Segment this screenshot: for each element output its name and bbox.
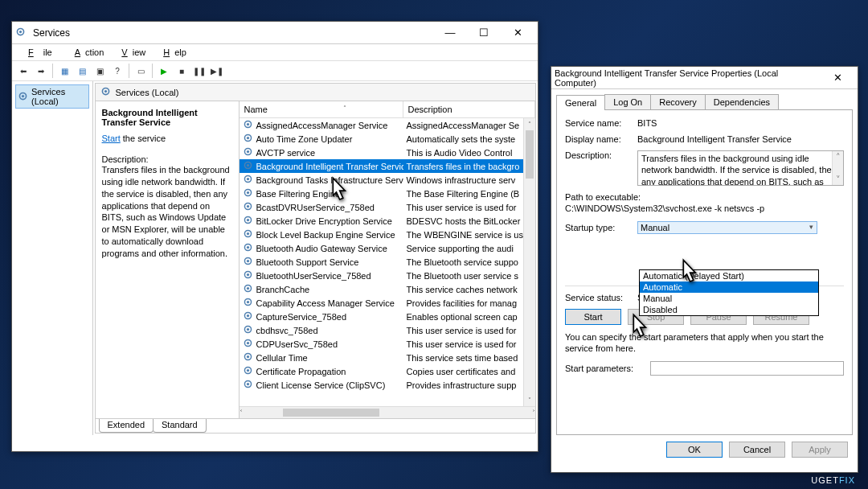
- start-button[interactable]: Start: [565, 309, 621, 325]
- gear-icon: [243, 338, 253, 350]
- list-rows[interactable]: AssignedAccessManager ServiceAssignedAcc…: [240, 118, 523, 406]
- gear-icon: [243, 215, 253, 227]
- table-row[interactable]: Bluetooth Support ServiceThe Bluetooth s…: [240, 255, 523, 269]
- export-button[interactable]: ▣: [92, 63, 108, 79]
- cancel-button[interactable]: Cancel: [729, 442, 785, 458]
- table-row[interactable]: Auto Time Zone UpdaterAutomatically sets…: [240, 132, 523, 146]
- table-row[interactable]: Certificate PropagationCopies user certi…: [240, 364, 523, 378]
- gear-icon: [243, 242, 253, 254]
- panel-header: Services (Local): [96, 84, 535, 101]
- sidebar-item-services-local[interactable]: Services (Local): [15, 84, 89, 109]
- table-row[interactable]: BranchCacheThis service caches network: [240, 282, 523, 296]
- tab-recovery[interactable]: Recovery: [650, 94, 705, 109]
- table-row[interactable]: Background Tasks Infrastructure ServiceW…: [240, 173, 523, 187]
- column-name[interactable]: Name˄: [240, 101, 403, 117]
- dropdown-option[interactable]: Manual: [640, 293, 818, 304]
- hscroll-thumb[interactable]: [283, 409, 379, 417]
- vertical-scrollbar[interactable]: ˄ ˅: [523, 118, 535, 406]
- table-row[interactable]: BluetoothUserService_758edThe Bluetooth …: [240, 269, 523, 282]
- scroll-thumb[interactable]: [526, 130, 534, 179]
- back-button[interactable]: ⬅: [15, 63, 31, 79]
- scroll-down-icon[interactable]: ˅: [524, 394, 535, 406]
- ok-button[interactable]: OK: [666, 442, 723, 458]
- row-name: BranchCache: [256, 285, 310, 294]
- label-startup-type: Startup type:: [565, 223, 637, 232]
- row-desc: The Bluetooth user service s: [403, 271, 523, 281]
- service-list: Name˄ Description AssignedAccessManager …: [239, 101, 535, 418]
- menu-help[interactable]: Help: [154, 46, 191, 59]
- table-row[interactable]: CDPUserSvc_758edThis user service is use…: [240, 337, 523, 351]
- svg-point-13: [246, 164, 248, 166]
- refresh-button[interactable]: ?: [109, 63, 125, 79]
- play-button[interactable]: ▶: [156, 63, 172, 79]
- maximize-button[interactable]: ☐: [467, 22, 501, 43]
- close-button[interactable]: ✕: [501, 22, 534, 43]
- startup-type-select[interactable]: Manual: [637, 221, 817, 234]
- table-row[interactable]: Capability Access Manager ServiceProvide…: [240, 296, 523, 310]
- table-row[interactable]: AssignedAccessManager ServiceAssignedAcc…: [240, 118, 523, 132]
- tab-general[interactable]: General: [556, 95, 605, 110]
- svg-point-45: [246, 383, 248, 385]
- scroll-right-icon[interactable]: ˃: [532, 407, 535, 418]
- gear-icon: [243, 365, 253, 377]
- scroll-up-icon[interactable]: ˄: [524, 118, 535, 130]
- props-titlebar[interactable]: Background Intelligent Transfer Service …: [551, 67, 858, 89]
- svg-point-29: [246, 273, 248, 276]
- table-row[interactable]: cbdhsvc_758edThis user service is used f…: [240, 323, 523, 337]
- restart-button[interactable]: ▶❚: [209, 63, 225, 79]
- row-desc: This user service is used for: [403, 339, 523, 349]
- properties-button[interactable]: ▭: [133, 63, 149, 79]
- titlebar[interactable]: Services — ☐ ✕: [12, 22, 538, 44]
- table-row[interactable]: Block Level Backup Engine ServiceThe WBE…: [240, 228, 523, 241]
- minimize-button[interactable]: —: [433, 22, 467, 43]
- tab-extended[interactable]: Extended: [99, 419, 154, 433]
- row-name: cbdhsvc_758ed: [256, 326, 318, 335]
- gear-icon: [243, 256, 253, 268]
- table-row[interactable]: BcastDVRUserService_758edThis user servi…: [240, 200, 523, 214]
- svg-point-31: [246, 287, 248, 290]
- row-desc: This is Audio Video Control: [403, 148, 523, 158]
- start-params-input[interactable]: [650, 361, 844, 376]
- table-row[interactable]: Client License Service (ClipSVC)Provides…: [240, 378, 523, 392]
- scroll-left-icon[interactable]: ˂: [240, 407, 243, 418]
- table-row[interactable]: BitLocker Drive Encryption ServiceBDESVC…: [240, 214, 523, 228]
- table-row[interactable]: Cellular TimeThis service sets time base…: [240, 351, 523, 364]
- pause-button[interactable]: ❚❚: [191, 63, 207, 79]
- dropdown-option[interactable]: Automatic (Delayed Start): [640, 270, 818, 281]
- dropdown-option[interactable]: Automatic: [640, 281, 818, 293]
- forward-button[interactable]: ➡: [33, 63, 49, 79]
- table-row[interactable]: Background Intelligent Transfer ServiceT…: [240, 159, 523, 173]
- toolbar: ⬅ ➡ ▦ ▤ ▣ ? ▭ ▶ ■ ❚❚ ▶❚: [12, 60, 538, 81]
- table-row[interactable]: Base Filtering EngineThe Base Filtering …: [240, 187, 523, 200]
- window-title: Services: [33, 27, 433, 39]
- props-close-button[interactable]: ✕: [821, 67, 854, 88]
- list-header: Name˄ Description: [240, 101, 535, 118]
- column-description[interactable]: Description: [403, 101, 535, 117]
- start-service-link[interactable]: Start: [102, 134, 121, 143]
- apply-button[interactable]: Apply: [792, 442, 848, 458]
- row-desc: The WBENGINE service is us: [403, 230, 523, 240]
- label-path: Path to executable:: [565, 192, 844, 202]
- tab-standard[interactable]: Standard: [153, 419, 207, 433]
- menu-action[interactable]: Action: [65, 46, 109, 59]
- menu-view[interactable]: View: [112, 46, 150, 59]
- show-hide-button[interactable]: ▤: [74, 63, 90, 79]
- row-desc: This user service is used for: [403, 203, 523, 212]
- stop-button[interactable]: ■: [174, 63, 190, 79]
- table-row[interactable]: AVCTP serviceThis is Audio Video Control: [240, 146, 523, 159]
- tab-dependencies[interactable]: Dependencies: [705, 94, 779, 109]
- horizontal-scrollbar[interactable]: ˂ ˃: [240, 406, 535, 418]
- menubar: File Action View Help: [12, 44, 538, 60]
- table-row[interactable]: Bluetooth Audio Gateway ServiceService s…: [240, 241, 523, 255]
- tab-logon[interactable]: Log On: [604, 94, 651, 109]
- table-row[interactable]: CaptureService_758edEnables optional scr…: [240, 310, 523, 323]
- svg-point-5: [104, 90, 106, 92]
- svg-point-23: [246, 232, 248, 235]
- up-button[interactable]: ▦: [56, 63, 72, 79]
- tab-content-general: Service name: BITS Display name: Backgro…: [556, 110, 853, 435]
- tabstrip: General Log On Recovery Dependencies: [556, 94, 853, 110]
- desc-scrollbar[interactable]: ˄˅: [832, 151, 843, 185]
- dropdown-option[interactable]: Disabled: [640, 304, 818, 315]
- menu-file[interactable]: File: [18, 46, 62, 59]
- gear-icon: [243, 283, 253, 295]
